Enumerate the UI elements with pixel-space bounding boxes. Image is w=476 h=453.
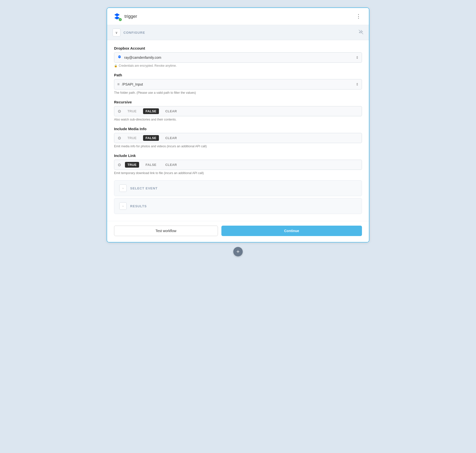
select-event-section[interactable]: › SELECT EVENT <box>114 180 362 196</box>
results-section[interactable]: › RESULTS <box>114 198 362 214</box>
credentials-hint: 🔒 Credentials are encrypted. Revoke anyt… <box>114 64 362 67</box>
add-step-button[interactable]: + <box>233 247 243 256</box>
results-label: RESULTS <box>130 204 147 208</box>
chevron-down-icon: ∨ <box>115 31 118 34</box>
configure-left: ∨ CONFIGURE <box>113 29 145 36</box>
recursive-clear-button[interactable]: CLEAR <box>163 108 179 114</box>
dropbox-account-select[interactable]: ray@camdenfamily.com ⇕ <box>114 52 362 63</box>
main-card: trigger ⋮ ∨ CONFIGURE Dropbox Account <box>107 7 369 242</box>
recursive-toggle-icon: ⊙ <box>118 109 121 114</box>
test-workflow-button[interactable]: Test workflow <box>114 226 218 236</box>
media-info-toggle-icon: ⊙ <box>118 136 121 140</box>
include-link-toggle-group: ⊙ TRUE FALSE CLEAR <box>114 160 362 170</box>
header-title: trigger <box>124 14 137 19</box>
include-link-section: Include Link ⊙ TRUE FALSE CLEAR Emit tem… <box>114 153 362 175</box>
plus-button-container: + <box>233 247 243 256</box>
media-info-clear-button[interactable]: CLEAR <box>163 135 179 141</box>
dropbox-account-section: Dropbox Account ray@camdenfamily.com ⇕ 🔒… <box>114 46 362 67</box>
header-left: trigger <box>113 12 137 21</box>
pin-icon[interactable] <box>358 30 363 36</box>
lock-icon: 🔒 <box>114 64 118 67</box>
card-footer: Test workflow Continue <box>107 221 369 242</box>
plus-icon: + <box>237 248 240 255</box>
dropbox-small-icon <box>117 55 122 60</box>
results-chevron: › <box>119 202 127 210</box>
media-info-hint: Emit media info for photos and videos (i… <box>114 145 362 148</box>
results-chevron-right-icon: › <box>122 205 123 208</box>
recursive-label: Recursive <box>114 100 362 104</box>
chevron-right-icon: › <box>122 187 123 190</box>
select-event-label: SELECT EVENT <box>130 186 158 190</box>
recursive-section: Recursive ⊙ TRUE FALSE CLEAR Also watch … <box>114 100 362 121</box>
header-menu-button[interactable]: ⋮ <box>354 12 363 21</box>
include-link-toggle-icon: ⊙ <box>118 162 121 167</box>
media-info-toggle-group: ⊙ TRUE FALSE CLEAR <box>114 133 362 143</box>
path-value: /PSAPI_Input <box>122 82 354 86</box>
verified-badge <box>119 18 122 21</box>
svg-line-2 <box>359 30 363 34</box>
credentials-hint-text: Credentials are encrypted. Revoke anytim… <box>119 64 177 67</box>
recursive-true-button[interactable]: TRUE <box>125 108 139 114</box>
include-link-false-button[interactable]: FALSE <box>143 162 159 168</box>
card-header: trigger ⋮ <box>107 8 369 25</box>
include-link-true-button[interactable]: TRUE <box>125 162 139 168</box>
recursive-false-button[interactable]: FALSE <box>143 108 159 114</box>
up-down-arrows-icon: ⇕ <box>356 56 359 60</box>
include-link-clear-button[interactable]: CLEAR <box>163 162 179 168</box>
configure-chevron-button[interactable]: ∨ <box>113 29 120 36</box>
configure-section: ∨ CONFIGURE <box>107 25 369 40</box>
path-up-down-icon: ⇕ <box>356 82 359 86</box>
dropbox-logo <box>113 12 121 21</box>
include-link-label: Include Link <box>114 153 362 158</box>
dropbox-account-value: ray@camdenfamily.com <box>124 56 354 60</box>
recursive-toggle-group: ⊙ TRUE FALSE CLEAR <box>114 106 362 116</box>
media-info-true-button[interactable]: TRUE <box>125 135 139 141</box>
path-section: Path ≡ /PSAPI_Input ⇕ The folder path. (… <box>114 73 362 94</box>
menu-lines-icon: ≡ <box>117 82 119 87</box>
include-link-hint: Emit temporary download link to file (in… <box>114 171 362 175</box>
include-media-info-section: Include Media Info ⊙ TRUE FALSE CLEAR Em… <box>114 127 362 148</box>
dropbox-account-label: Dropbox Account <box>114 46 362 50</box>
content-area: Dropbox Account ray@camdenfamily.com ⇕ 🔒… <box>107 40 369 221</box>
select-event-chevron: › <box>119 184 127 192</box>
include-media-info-label: Include Media Info <box>114 127 362 131</box>
path-select[interactable]: ≡ /PSAPI_Input ⇕ <box>114 79 362 90</box>
configure-label: CONFIGURE <box>123 31 145 34</box>
recursive-hint: Also watch sub-directories and their con… <box>114 118 362 121</box>
continue-button[interactable]: Continue <box>221 226 362 236</box>
media-info-false-button[interactable]: FALSE <box>143 135 159 141</box>
path-label: Path <box>114 73 362 77</box>
path-hint: The folder path. (Please use a valid pat… <box>114 91 362 94</box>
